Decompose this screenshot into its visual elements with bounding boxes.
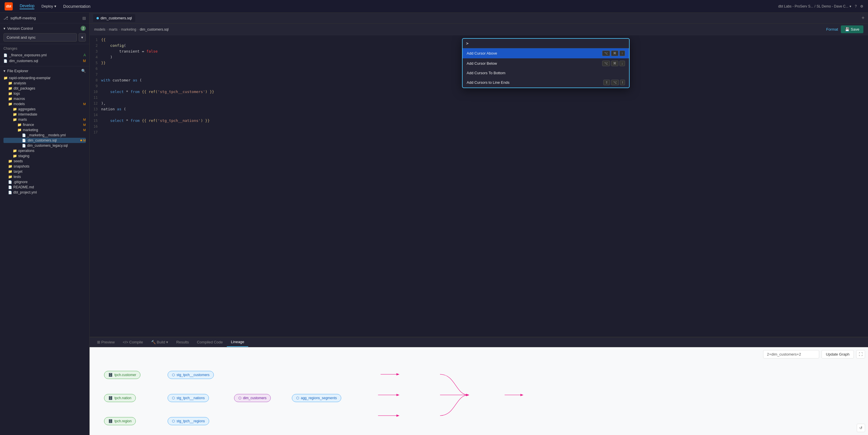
tree-item-snapshots[interactable]: 📁 snapshots [3,164,86,169]
code-line-17: 17 [90,130,868,136]
code-line-15: 15 select * from {{ ref('stg_tpch__natio… [90,118,868,124]
cmd-item-add-cursor-below[interactable]: Add Cursor Below ⌥ ⌘ ↓ [463,58,629,68]
project-chevron-icon: ▾ [849,4,851,8]
cmd-label: Add Cursors To Bottom [467,71,505,75]
tree-badge: M [83,128,86,132]
tree-item-dim-customers-legacy[interactable]: 📄 dim_customers_legacy.sql [3,143,86,148]
tree-item-marts[interactable]: 📁 marts M [3,117,86,122]
tree-label: logs [13,92,86,96]
tree-item-marketing[interactable]: 📁 marketing M [3,127,86,132]
line-content [101,130,103,134]
tree-item-seeds[interactable]: 📁 seeds [3,159,86,164]
tree-item-macros[interactable]: 📁 macros [3,96,86,101]
cmd-label: Add Cursors to Line Ends [467,80,509,85]
save-button[interactable]: 💾 Save [841,25,863,33]
graph-node-stg-regions[interactable]: ⬡ stg_tpch__regions [167,417,209,425]
commit-sync-button[interactable]: Commit and sync [3,33,77,41]
version-control-header[interactable]: ▾ Version Control 2 [3,26,86,31]
graph-node-tpch-nation[interactable]: 🗄️ tpch.nation [104,394,136,402]
line-number: 12 [90,101,101,105]
tree-item-operations[interactable]: 📁 operations [3,148,86,153]
tab-build[interactable]: 🔨 Build ▾ [147,338,172,347]
editor-area: dim_customers.sql + models › marts › mar… [90,13,868,435]
graph-node-agg-regions[interactable]: ⬡ agg_regions_segments [292,394,341,402]
tab-bar: dim_customers.sql + [90,13,868,24]
folder-icon: 📁 [8,164,12,168]
tree-label: snapshots [13,164,86,168]
tab-results[interactable]: Results [172,338,193,347]
settings-icon[interactable]: ⚙ [860,4,863,8]
graph-node-tpch-region[interactable]: 🗄️ tpch.region [104,417,136,425]
line-content [101,113,103,117]
update-graph-button[interactable]: Update Graph [822,350,854,359]
tree-item-intermediate[interactable]: 📁 intermediate [3,112,86,117]
line-content: nation as ( [101,107,126,111]
tree-item-finance[interactable]: 📁 finance M [3,122,86,127]
expand-lineage-button[interactable]: ⛶ [856,350,865,359]
tree-item-marketing-models-yml[interactable]: 📄 _marketing__models.yml [3,132,86,138]
code-line-14: 14 [90,113,868,118]
cmd-item-add-cursors-line-ends[interactable]: Add Cursors to Line Ends ⇧ ⌥ I [463,77,629,88]
breadcrumb-sep-2: › [119,27,120,31]
nav-deploy-label: Deploy [41,4,53,8]
graph-node-stg-nations[interactable]: ⬡ stg_tpch__nations [167,394,209,402]
code-editor[interactable]: Add Cursor Above ⌥ ⌘ ↑ Add Cursor Below … [90,35,868,337]
line-content: {{ [101,37,106,42]
tab-modified-dot [96,17,99,19]
key-badge: ⌘ [611,61,618,66]
tree-label: seeds [13,159,86,163]
line-number: 5 [90,61,101,65]
tab-lineage[interactable]: Lineage [227,337,248,347]
lineage-toolbar: Update Graph ⛶ [763,350,865,359]
cmd-item-add-cursor-above[interactable]: Add Cursor Above ⌥ ⌘ ↑ [463,48,629,58]
tree-item-models[interactable]: 📁 models M [3,101,86,106]
tree-item-readme[interactable]: 📄 README.md [3,185,86,190]
file-search-icon[interactable]: 🔍 [81,69,86,73]
format-button[interactable]: Format [826,27,838,31]
graph-node-tpch-customer[interactable]: 🗄️ tpch.customer [104,371,141,379]
graph-node-stg-customers[interactable]: ⬡ stg_tpch__customers [167,371,214,379]
commit-chevron-button[interactable]: ▾ [79,33,86,41]
new-tab-button[interactable]: + [861,15,865,21]
tab-compile[interactable]: </> Compile [119,338,147,347]
tab-dim-customers[interactable]: dim_customers.sql [93,14,135,22]
tree-item-target[interactable]: 📁 target [3,169,86,174]
tree-label: target [13,169,86,174]
cmd-keys: ⇧ ⌥ I [603,80,625,85]
nav-develop[interactable]: Develop [20,3,34,9]
tree-item-dim-customers-sql[interactable]: 📄 dim_customers.sql M [3,138,86,143]
node-cube-icon: ⬡ [172,373,175,377]
tree-item-staging[interactable]: 📁 staging [3,153,86,159]
tree-item-logs[interactable]: 📁 logs [3,91,86,96]
key-badge: ⌥ [602,61,610,66]
code-line-16: 16 [90,124,868,130]
lineage-panel: Update Graph ⛶ [90,347,868,435]
graph-node-dim-customers[interactable]: ⬡ dim_customers [234,394,271,402]
line-number: 9 [90,84,101,88]
tree-item-rapid[interactable]: 📁 rapid-onboarding-exemplar [3,75,86,81]
tree-badge: M [83,118,86,121]
command-palette-input[interactable] [466,41,626,45]
tree-label: dim_customers_legacy.sql [27,144,86,148]
tree-item-dbt-packages[interactable]: 📁 dbt_packages [3,86,86,91]
tree-item-aggregates[interactable]: 📁 aggregates [3,106,86,112]
code-line-13: 13 nation as ( [90,107,868,113]
tab-compiled-code[interactable]: Compiled Code [193,338,227,347]
panel-toggle-icon[interactable]: ▤ [82,16,86,20]
dbt-logo-icon: dbt [5,2,13,10]
tree-item-tests[interactable]: 📁 tests [3,174,86,179]
tree-item-analysis[interactable]: 📁 analysis [3,81,86,86]
refresh-lineage-button[interactable]: ↺ [857,424,865,432]
tab-preview[interactable]: ⊞ Preview [93,338,119,347]
tree-item-dbt-project[interactable]: 📄 dbt_project.yml [3,190,86,195]
nav-documentation[interactable]: Documentation [63,4,90,9]
file-name-dim: dim_customers.sql [9,59,81,63]
tree-item-gitignore[interactable]: 📄 .gitignore [3,179,86,185]
nav-deploy[interactable]: Deploy ▾ [41,4,56,8]
file-status-modified: M [83,59,86,63]
cmd-item-add-cursors-bottom[interactable]: Add Cursors To Bottom [463,68,629,77]
command-palette-input-row [463,39,629,48]
lineage-filter-input[interactable] [763,350,819,359]
key-badge: I [620,80,625,85]
help-icon[interactable]: ? [855,4,857,8]
